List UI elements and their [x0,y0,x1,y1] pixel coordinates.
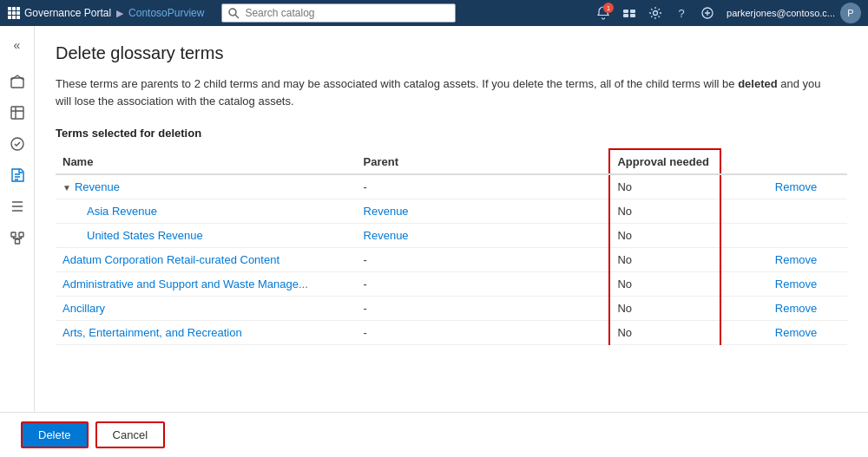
table-row: Administrative and Support and Waste Man… [56,272,847,297]
table-row: Arts, Entertainment, and Recreation-NoRe… [56,321,847,345]
svg-rect-4 [12,11,16,15]
notifications-button[interactable]: 1 [593,3,614,23]
svg-rect-5 [16,11,20,15]
term-name-link[interactable]: United States Revenue [87,229,203,242]
col-header-spacer [720,149,768,174]
col-header-approval: Approval needed [609,149,720,174]
svg-rect-11 [623,14,628,17]
cancel-button[interactable]: Cancel [95,421,165,448]
sidebar-toggle-button[interactable]: « [3,33,31,57]
catalog-icon [10,105,25,121]
term-approval: No [609,321,720,345]
term-parent: - [357,248,610,272]
chevron-down-icon[interactable]: ▼ [62,183,71,193]
svg-rect-1 [12,7,16,10]
brand-name: Governance Portal [24,7,111,19]
term-name-link[interactable]: Ancillary [62,302,105,315]
table-row: ▼Revenue-NoRemove [56,174,847,199]
svg-rect-3 [8,11,11,15]
remove-button[interactable]: Remove [775,302,817,315]
sidebar-item-insights[interactable] [3,130,31,158]
term-name-link[interactable]: Arts, Entertainment, and Recreation [62,326,242,339]
nav-icon-group: 1 ? parkerjones@contoso.c... P [593,3,861,23]
table-row: United States RevenueRevenueNo [56,224,847,248]
brand-logo[interactable]: Governance Portal [7,6,111,20]
sidebar: « [0,26,35,412]
term-approval: No [609,297,720,321]
footer: Delete Cancel [0,412,868,457]
term-action: Remove [768,297,847,321]
settings-button[interactable] [645,3,666,23]
svg-rect-12 [630,14,635,17]
nav-separator: ▶ [116,8,123,19]
feedback-button[interactable] [697,3,718,23]
help-button[interactable]: ? [671,3,692,23]
col-header-name: Name [56,149,357,174]
apps-button[interactable] [619,3,640,23]
svg-rect-20 [15,239,19,244]
term-approval: No [609,174,720,199]
home-icon [10,74,25,89]
svg-rect-8 [16,16,20,19]
col-header-action [768,149,847,174]
sidebar-item-glossary[interactable] [3,161,31,189]
svg-rect-9 [623,10,628,13]
term-action: Remove [768,321,847,345]
term-approval: No [609,199,720,224]
svg-rect-0 [8,7,11,10]
table-row: Ancillary-NoRemove [56,297,847,321]
term-approval: No [609,248,720,272]
col-header-parent: Parent [357,149,610,174]
term-name-link[interactable]: Administrative and Support and Waste Man… [62,277,308,291]
search-input[interactable] [221,3,456,23]
term-approval: No [609,224,720,248]
notification-badge: 1 [603,3,614,13]
svg-point-13 [654,11,658,16]
datamap-icon [10,230,25,245]
term-parent: - [357,297,610,321]
search-area [221,3,456,23]
term-action: Remove [768,174,847,199]
remove-button[interactable]: Remove [775,277,817,291]
parent-name-link[interactable]: Revenue [364,229,409,242]
main-layout: « [0,26,868,412]
remove-button[interactable]: Remove [775,180,817,193]
term-name-link[interactable]: Asia Revenue [87,205,157,218]
term-parent: Revenue [357,224,610,248]
glossary-icon [10,167,25,183]
insights-icon [10,136,25,152]
sidebar-item-home[interactable] [3,68,31,95]
section-title: Terms selected for deletion [56,127,847,140]
waffle-icon [7,6,21,20]
term-approval: No [609,272,720,297]
sidebar-item-datamap[interactable] [3,224,31,251]
table-row: Asia RevenueRevenueNo [56,199,847,224]
remove-button[interactable]: Remove [775,326,817,339]
term-parent: - [357,321,610,345]
remove-button[interactable]: Remove [775,253,817,266]
term-action [768,199,847,224]
term-name-link[interactable]: Revenue [75,180,120,193]
terms-table: Name Parent Approval needed ▼Revenue-NoR… [56,148,847,345]
svg-rect-2 [16,7,20,10]
term-action [768,224,847,248]
sidebar-item-catalog[interactable] [3,99,31,127]
term-action: Remove [768,248,847,272]
feedback-icon [700,6,714,20]
page-content: Delete glossary terms These terms are pa… [35,26,868,412]
svg-rect-18 [11,232,16,237]
page-title: Delete glossary terms [56,43,847,63]
avatar: P [840,3,861,23]
parent-name-link[interactable]: Revenue [364,205,409,218]
term-parent: Revenue [357,199,610,224]
svg-rect-7 [12,16,16,19]
delete-button[interactable]: Delete [21,421,89,448]
term-parent: - [357,174,610,199]
svg-point-17 [11,138,23,150]
product-name[interactable]: ContosoPurview [128,7,204,19]
svg-rect-16 [11,107,23,119]
term-name-link[interactable]: Adatum Corporation Retail-curated Conten… [62,253,279,266]
sidebar-item-management[interactable] [3,193,31,220]
svg-rect-10 [630,10,635,13]
user-area[interactable]: parkerjones@contoso.c... P [727,3,861,23]
